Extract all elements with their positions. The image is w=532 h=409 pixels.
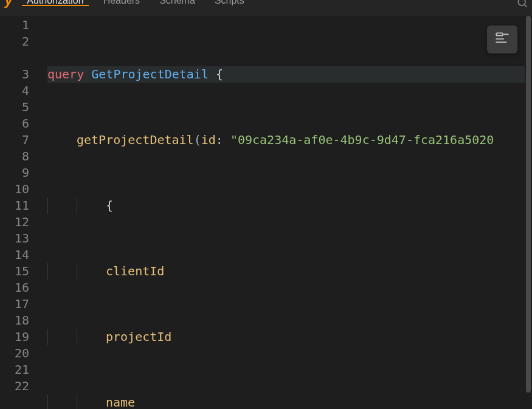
tab-label: Authorization — [27, 0, 83, 6]
colon-token: : — [216, 132, 223, 148]
resolver-token: getProjectDetail — [77, 132, 194, 148]
line-number: 21 — [0, 362, 29, 378]
string-token: "09ca234a-af0e-4b9c-9d47-fca216a5020 — [230, 132, 494, 148]
line-number: 15 — [0, 263, 29, 280]
code-line[interactable]: getProjectDetail(id: "09ca234a-af0e-4b9c… — [47, 132, 532, 148]
code-line[interactable]: { — [47, 198, 532, 214]
line-number: 16 — [0, 280, 29, 296]
search-icon[interactable] — [516, 0, 528, 11]
line-number: 10 — [0, 181, 29, 198]
line-number: 19 — [0, 329, 29, 345]
line-number: 11 — [0, 198, 29, 214]
line-number: 12 — [0, 214, 29, 230]
line-number — [0, 50, 29, 66]
line-number: 9 — [0, 165, 29, 181]
line-number: 7 — [0, 132, 29, 148]
code-line[interactable]: projectId — [47, 329, 532, 345]
line-number: 22 — [0, 378, 29, 394]
brace-token: { — [106, 198, 113, 214]
line-number: 20 — [0, 345, 29, 362]
scrollbar-thumb[interactable] — [526, 16, 531, 393]
operation-name-token: GetProjectDetail — [91, 66, 209, 83]
field-token: name — [106, 394, 135, 409]
code-line[interactable]: query GetProjectDetail { — [47, 66, 532, 83]
line-number: 14 — [0, 247, 29, 263]
line-number: 5 — [0, 99, 29, 115]
tab-schema[interactable]: Schema — [150, 0, 205, 9]
code-content[interactable]: query GetProjectDetail { getProjectDetai… — [38, 16, 532, 409]
format-code-button[interactable] — [487, 26, 517, 53]
tab-label: Headers — [103, 0, 140, 6]
field-token: projectId — [106, 329, 171, 345]
tab-bar: y Authorization Headers Schema Scripts — [0, 0, 532, 16]
line-number: 2 — [0, 33, 29, 50]
line-number: 17 — [0, 296, 29, 312]
line-number: 8 — [0, 148, 29, 165]
tab-prefix-glyph: y — [5, 0, 17, 9]
field-token: clientId — [106, 263, 164, 280]
tab-label: Schema — [159, 0, 195, 6]
line-number-gutter: 1 2 3 4 5 6 7 8 9 10 11 12 13 14 15 16 1… — [0, 16, 38, 409]
tab-authorization[interactable]: Authorization — [17, 0, 93, 9]
vertical-scrollbar[interactable] — [525, 16, 532, 409]
tab-headers[interactable]: Headers — [94, 0, 150, 9]
arg-name-token: id — [201, 132, 216, 148]
code-editor[interactable]: 1 2 3 4 5 6 7 8 9 10 11 12 13 14 15 16 1… — [0, 16, 532, 409]
app-root: y Authorization Headers Schema Scripts 1… — [0, 0, 532, 409]
svg-point-0 — [518, 0, 525, 5]
brace-token: { — [216, 66, 223, 83]
line-number: 13 — [0, 230, 29, 247]
format-code-icon — [494, 30, 510, 49]
line-number: 3 — [0, 66, 29, 83]
svg-rect-2 — [496, 33, 503, 35]
code-line[interactable]: name — [47, 394, 532, 409]
code-line[interactable]: clientId — [47, 263, 532, 280]
line-number: 6 — [0, 115, 29, 132]
line-number: 1 — [0, 17, 29, 33]
line-number: 4 — [0, 83, 29, 99]
svg-line-1 — [525, 5, 527, 7]
tab-scripts[interactable]: Scripts — [205, 0, 254, 9]
line-number: 18 — [0, 312, 29, 329]
keyword-token: query — [47, 66, 84, 83]
tab-label: Scripts — [215, 0, 244, 6]
paren-token: ( — [194, 132, 201, 148]
